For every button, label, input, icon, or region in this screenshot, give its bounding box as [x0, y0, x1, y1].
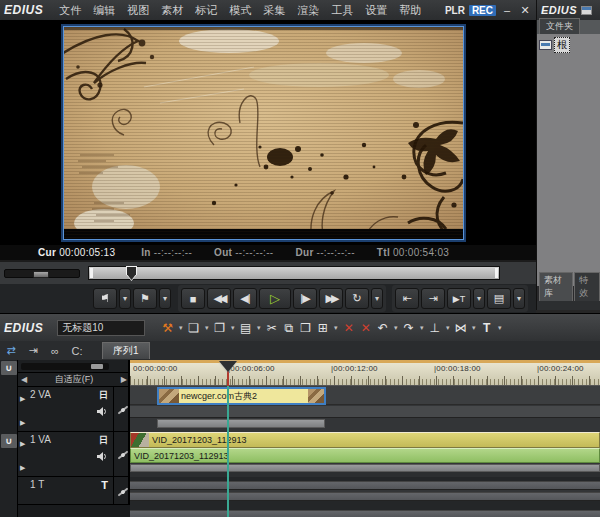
- menu-settings[interactable]: 设置: [359, 1, 393, 20]
- add-cut-point-icon[interactable]: ⊥: [426, 319, 443, 337]
- shuttle-handle[interactable]: [33, 271, 49, 278]
- rec-mode-toggle[interactable]: REC: [469, 5, 496, 16]
- save-project-dropdown[interactable]: ▾: [254, 324, 263, 332]
- title-track-icon[interactable]: T: [101, 479, 108, 491]
- video-track-icon[interactable]: 日: [99, 389, 108, 402]
- mixer-slider-icon[interactable]: [118, 487, 129, 496]
- play-around-cursor-button[interactable]: ▶T: [447, 288, 471, 309]
- clip-video-vid20171203[interactable]: VID_20171203_112913: [130, 432, 600, 448]
- save-project-icon[interactable]: ▤: [237, 319, 254, 337]
- title-tool-icon[interactable]: T: [478, 319, 495, 337]
- redo-icon[interactable]: ↷: [400, 319, 417, 337]
- bin-root-folder[interactable]: 根: [539, 37, 598, 53]
- plr-mode-toggle[interactable]: PLR: [445, 5, 465, 16]
- menu-capture[interactable]: 采集: [257, 1, 291, 20]
- expand-arrow-icon[interactable]: ▶: [20, 464, 25, 472]
- expand-arrow-icon[interactable]: ▶: [20, 419, 25, 427]
- loop-dropdown[interactable]: ▾: [371, 288, 383, 309]
- undo-icon[interactable]: ↶: [374, 319, 391, 337]
- new-sequence-dropdown[interactable]: ▾: [202, 324, 211, 332]
- copy-icon[interactable]: ⧉: [280, 319, 297, 337]
- lane-2va-audio[interactable]: [130, 406, 600, 418]
- source-patch-1va[interactable]: ∪: [1, 434, 17, 448]
- menu-help[interactable]: 帮助: [393, 1, 427, 20]
- timeline-zoom-slider[interactable]: [21, 363, 109, 370]
- connect-mode-icon[interactable]: C:: [66, 345, 88, 357]
- speaker-icon[interactable]: [96, 448, 108, 466]
- track-header-1t[interactable]: 1 T T: [18, 477, 130, 505]
- export-button[interactable]: ▤: [487, 288, 511, 309]
- cut-icon[interactable]: ✂: [263, 319, 280, 337]
- menu-marker[interactable]: 标记: [189, 1, 223, 20]
- mixer-slider-icon[interactable]: [118, 406, 129, 415]
- clip-audio-vid20171203[interactable]: VID_20171203_112913: [130, 448, 600, 463]
- fast-forward-button[interactable]: ▶▶: [319, 288, 343, 309]
- tab-asset-library[interactable]: 素材库: [539, 272, 573, 301]
- scale-fit-label[interactable]: 自适应(F): [55, 373, 94, 386]
- redo-dropdown[interactable]: ▾: [417, 324, 426, 332]
- insert-overwrite-mode-icon[interactable]: ⇄: [0, 344, 22, 357]
- play-button[interactable]: ▷: [259, 288, 291, 309]
- track-header-1va[interactable]: ▶ ▶ 1 VA 日: [18, 432, 130, 477]
- playhead-marker[interactable]: [219, 361, 237, 372]
- next-frame-button[interactable]: |▶: [293, 288, 317, 309]
- new-sequence-icon[interactable]: ❏: [185, 319, 202, 337]
- delete-icon[interactable]: ✕: [357, 319, 374, 337]
- shuttle-slider[interactable]: [4, 269, 80, 278]
- play-around-dropdown[interactable]: ▾: [473, 288, 485, 309]
- paste-icon[interactable]: ❒: [297, 319, 314, 337]
- video-track-icon[interactable]: 日: [99, 434, 108, 447]
- timeline-ruler[interactable]: 00:00:00:00 |00:00:06:00 |00:00:12:00 |0…: [130, 360, 600, 386]
- stop-button[interactable]: ■: [181, 288, 205, 309]
- menu-edit[interactable]: 编辑: [87, 1, 121, 20]
- add-cut-dropdown[interactable]: ▾: [443, 324, 452, 332]
- replace-dropdown[interactable]: ▾: [331, 324, 340, 332]
- loop-playback-button[interactable]: ↻: [345, 288, 369, 309]
- mixer-bar-2va[interactable]: [157, 419, 325, 428]
- lane-1t-row2[interactable]: [130, 492, 600, 501]
- menu-clip[interactable]: 素材: [155, 1, 189, 20]
- video-frame[interactable]: [63, 26, 464, 240]
- position-playhead[interactable]: [126, 266, 137, 281]
- clip-title-newcger[interactable]: newcger.com古典2: [157, 387, 326, 405]
- minimize-button[interactable]: –: [500, 4, 514, 16]
- lane-1t-row1[interactable]: [130, 481, 600, 490]
- mode-tool-dropdown[interactable]: ▾: [176, 324, 185, 332]
- replace-icon[interactable]: ⊞: [314, 319, 331, 337]
- open-project-dropdown[interactable]: ▾: [228, 324, 237, 332]
- mixer-bar-1va[interactable]: [130, 464, 600, 472]
- goto-out-button[interactable]: ⇥: [421, 288, 445, 309]
- goto-in-button[interactable]: ⇤: [395, 288, 419, 309]
- set-out-dropdown[interactable]: ▾: [159, 288, 171, 309]
- track-header-2va[interactable]: ▶ ▶ 2 VA 日: [18, 387, 130, 432]
- timeline-zoom-knob[interactable]: [91, 364, 103, 369]
- transition-dropdown[interactable]: ▾: [469, 324, 478, 332]
- menu-render[interactable]: 渲染: [291, 1, 325, 20]
- rewind-button[interactable]: ◀◀: [207, 288, 231, 309]
- previous-frame-button[interactable]: ◀|: [233, 288, 257, 309]
- source-patch-top[interactable]: ∪: [1, 361, 17, 375]
- menu-mode[interactable]: 模式: [223, 1, 257, 20]
- transition-icon[interactable]: ⋈: [452, 319, 469, 337]
- expand-arrow-icon[interactable]: ▶: [20, 395, 25, 403]
- tab-effects[interactable]: 特效: [574, 272, 600, 301]
- set-in-dropdown[interactable]: ▾: [119, 288, 131, 309]
- menu-file[interactable]: 文件: [53, 1, 87, 20]
- set-in-point-button[interactable]: ⚑: [93, 288, 117, 309]
- menu-tools[interactable]: 工具: [325, 1, 359, 20]
- ripple-mode-icon[interactable]: ∞: [44, 345, 66, 357]
- mode-tool-icon[interactable]: ⚒: [159, 319, 176, 337]
- sync-mode-icon[interactable]: ⇥: [22, 344, 44, 357]
- menu-view[interactable]: 视图: [121, 1, 155, 20]
- open-project-icon[interactable]: ❐: [211, 319, 228, 337]
- undo-dropdown[interactable]: ▾: [391, 324, 400, 332]
- sequence-tab[interactable]: 序列1: [102, 342, 150, 359]
- title-tool-dropdown[interactable]: ▾: [495, 324, 504, 332]
- lane-next-track-partial[interactable]: [130, 510, 600, 517]
- mixer-slider-icon[interactable]: [118, 451, 129, 460]
- set-out-point-button[interactable]: ⚑: [133, 288, 157, 309]
- bin-tab-folder[interactable]: 文件夹: [539, 18, 580, 34]
- speaker-icon[interactable]: [96, 403, 108, 421]
- close-button[interactable]: ✕: [518, 4, 532, 17]
- export-dropdown[interactable]: ▾: [513, 288, 525, 309]
